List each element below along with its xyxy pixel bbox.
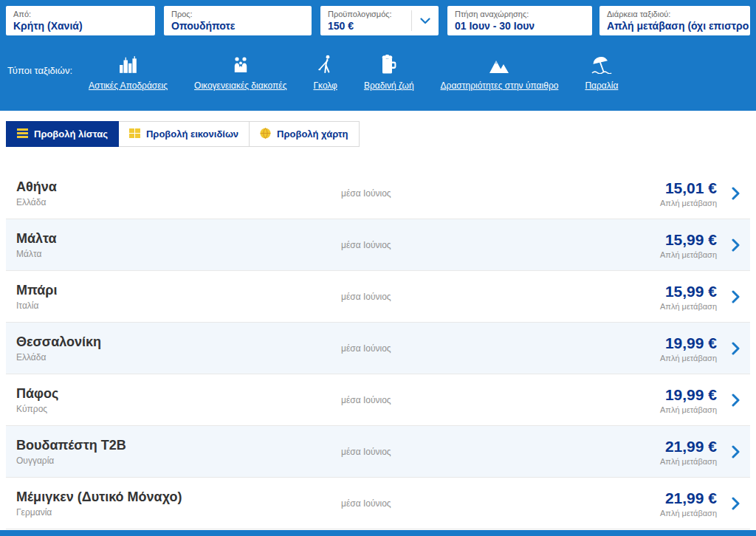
destination-city: Μάλτα <box>16 231 341 247</box>
destination-city: Μέμιγκεν (Δυτικό Μόναχο) <box>16 489 341 505</box>
destination-info: Πάφος Κύπρος <box>16 386 341 414</box>
grid-view-icon <box>129 128 140 140</box>
destination-info: Μπάρι Ιταλία <box>16 283 341 311</box>
budget-value: 150 € <box>328 19 404 33</box>
tab-label: Προβολή λίστας <box>34 128 108 140</box>
tab-label: Προβολή εικονιδίων <box>146 128 238 140</box>
budget-field[interactable]: Προϋπολογισμός: 150 € <box>320 6 439 35</box>
price: 21,99 € <box>660 438 717 456</box>
travel-period: μέσα Ιούνιος <box>341 292 660 302</box>
origin-field[interactable]: Από: Κρήτη (Χανιά) <box>6 6 155 35</box>
destination-info: Μάλτα Μάλτα <box>16 231 341 259</box>
travel-period: μέσα Ιούνιος <box>341 188 660 199</box>
city-icon <box>119 53 138 74</box>
price: 19,99 € <box>660 386 717 404</box>
destination-country: Ελλάδα <box>16 352 341 363</box>
price-info: 21,99 € Απλή μετάβαση <box>660 438 717 466</box>
result-row-memmingen[interactable]: Μέμιγκεν (Δυτικό Μόναχο) Γερμανία μέσα Ι… <box>6 478 750 529</box>
footer-strip <box>0 530 756 536</box>
chevron-right-icon <box>732 238 740 252</box>
price-info: 15,99 € Απλή μετάβαση <box>660 231 717 259</box>
chevron-right-icon <box>732 290 740 303</box>
tab-label: Προβολή χάρτη <box>277 128 348 140</box>
destination-value: Οπουδήποτε <box>171 19 304 33</box>
destination-info: Θεσσαλονίκη Ελλάδα <box>16 334 341 363</box>
travel-period: μέσα Ιούνιος <box>341 447 660 457</box>
destination-country: Μάλτα <box>16 249 341 259</box>
trip-type-beach[interactable]: Παραλία <box>585 53 618 91</box>
trip-type-golf[interactable]: Γκολφ <box>313 53 337 91</box>
budget-dropdown-button[interactable] <box>412 6 439 35</box>
destination-info: Βουδαπέστη T2B Ουγγαρία <box>16 438 341 466</box>
trip-type-family[interactable]: Οικογενειακές διακοπές <box>194 53 286 91</box>
chevron-right-icon <box>732 445 740 458</box>
destination-city: Πάφος <box>16 386 341 402</box>
price-info: 19,99 € Απλή μετάβαση <box>660 386 717 414</box>
price: 15,99 € <box>660 231 717 249</box>
tab-icons-view[interactable]: Προβολή εικονιδίων <box>119 121 250 147</box>
trip-types-bar: Τύποι ταξιδιών: Αστικές Αποδράσεις Οικογ… <box>6 53 750 91</box>
result-row-paphos[interactable]: Πάφος Κύπρος μέσα Ιούνιος 19,99 € Απλή μ… <box>6 374 750 426</box>
price-info: 21,99 € Απλή μετάβαση <box>660 489 717 518</box>
mountains-icon <box>489 53 509 74</box>
budget-label: Προϋπολογισμός: <box>328 10 404 19</box>
destination-country: Γερμανία <box>16 507 341 518</box>
chevron-right-icon <box>732 497 740 510</box>
result-row-thessaloniki[interactable]: Θεσσαλονίκη Ελλάδα μέσα Ιούνιος 19,99 € … <box>6 323 750 374</box>
price-info: 15,99 € Απλή μετάβαση <box>660 283 717 311</box>
chevron-down-icon <box>420 14 430 27</box>
trip-duration-field[interactable]: Διάρκεια ταξιδιού: Απλή μετάβαση (όχι επ… <box>599 6 750 35</box>
departure-dates-label: Πτήση αναχώρησης: <box>455 10 585 19</box>
view-tabs: Προβολή λίστας Προβολή εικονιδίων Προβολ… <box>6 121 756 147</box>
golf-icon <box>317 53 334 74</box>
result-row-bari[interactable]: Μπάρι Ιταλία μέσα Ιούνιος 15,99 € Απλή μ… <box>6 271 750 323</box>
beer-icon <box>380 53 397 74</box>
destination-label: Προς: <box>171 10 304 19</box>
price: 19,99 € <box>660 334 717 352</box>
list-view-icon <box>17 128 28 140</box>
fare-type: Απλή μετάβαση <box>660 405 717 414</box>
trip-type-city-breaks[interactable]: Αστικές Αποδράσεις <box>89 53 168 91</box>
destination-field[interactable]: Προς: Οπουδήποτε <box>164 6 312 35</box>
search-fields: Από: Κρήτη (Χανιά) Προς: Οπουδήποτε Προϋ… <box>6 6 750 35</box>
result-row-malta[interactable]: Μάλτα Μάλτα μέσα Ιούνιος 15,99 € Απλή με… <box>6 219 750 271</box>
tab-map-view[interactable]: Προβολή χάρτη <box>250 121 359 147</box>
result-row-athens[interactable]: Αθήνα Ελλάδα μέσα Ιούνιος 15,01 € Απλή μ… <box>6 168 750 219</box>
chevron-right-icon <box>732 394 740 407</box>
fare-type: Απλή μετάβαση <box>660 250 717 259</box>
departure-dates-field[interactable]: Πτήση αναχώρησης: 01 Ιουν - 30 Ιουν <box>447 6 592 35</box>
destination-country: Ουγγαρία <box>16 456 341 466</box>
trip-type-label: Παραλία <box>585 80 618 91</box>
destination-city: Αθήνα <box>16 179 341 195</box>
fare-type: Απλή μετάβαση <box>660 354 717 363</box>
budget-value-area: Προϋπολογισμός: 150 € <box>320 6 411 35</box>
trip-type-outdoor[interactable]: Δραστηριότητες στην ύπαιθρο <box>441 53 559 91</box>
destination-country: Κύπρος <box>16 404 341 414</box>
fare-type: Απλή μετάβαση <box>660 457 717 466</box>
trip-type-nightlife[interactable]: Βραδινή ζωή <box>364 53 414 91</box>
results-list: Αθήνα Ελλάδα μέσα Ιούνιος 15,01 € Απλή μ… <box>6 168 750 529</box>
destination-country: Ελλάδα <box>16 197 341 207</box>
map-view-icon <box>260 128 271 141</box>
origin-value: Κρήτη (Χανιά) <box>13 19 148 33</box>
search-header: Από: Κρήτη (Χανιά) Προς: Οπουδήποτε Προϋ… <box>0 0 756 111</box>
travel-period: μέσα Ιούνιος <box>341 343 660 354</box>
destination-city: Βουδαπέστη T2B <box>16 438 341 453</box>
tab-list-view[interactable]: Προβολή λίστας <box>6 121 119 147</box>
chevron-right-icon <box>732 187 740 200</box>
price: 15,01 € <box>660 179 717 197</box>
destination-country: Ιταλία <box>16 300 341 311</box>
result-row-budapest[interactable]: Βουδαπέστη T2B Ουγγαρία μέσα Ιούνιος 21,… <box>6 426 750 478</box>
destination-city: Μπάρι <box>16 283 341 298</box>
trip-type-label: Οικογενειακές διακοπές <box>194 80 286 91</box>
destination-info: Αθήνα Ελλάδα <box>16 179 341 207</box>
trip-type-label: Δραστηριότητες στην ύπαιθρο <box>441 80 559 91</box>
fare-type: Απλή μετάβαση <box>660 302 717 311</box>
trip-type-label: Αστικές Αποδράσεις <box>89 80 168 91</box>
trip-duration-label: Διάρκεια ταξιδιού: <box>607 10 743 19</box>
trip-duration-value: Απλή μετάβαση (όχι επιστρο <box>607 19 743 33</box>
price: 15,99 € <box>660 283 717 300</box>
trip-types-label: Τύποι ταξιδιών: <box>7 65 89 76</box>
beach-umbrella-icon <box>591 53 612 74</box>
travel-period: μέσα Ιούνιος <box>341 395 660 405</box>
